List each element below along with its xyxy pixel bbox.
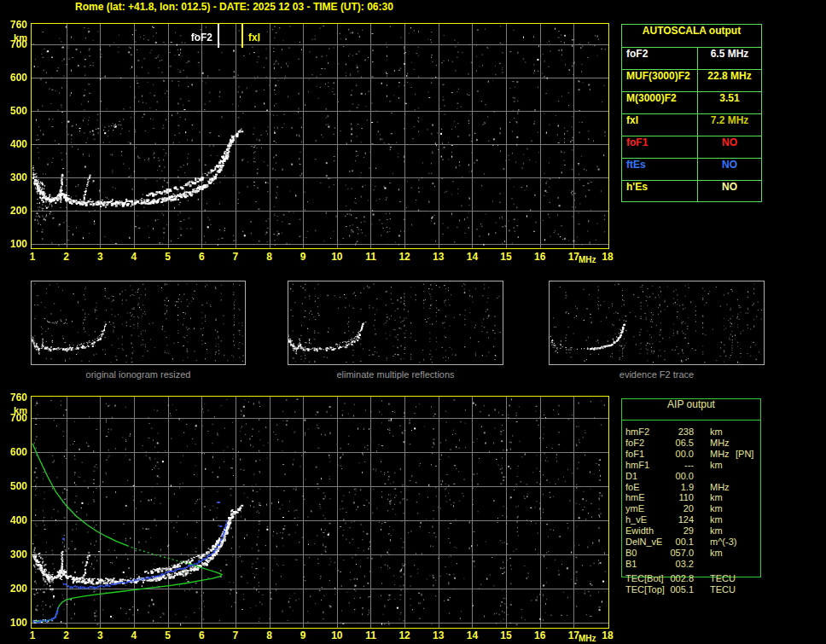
x-tick-label: 6 [191, 251, 212, 263]
aip-row-label: ymE [625, 503, 644, 514]
y-tick-label: 700 [2, 412, 27, 424]
aip-row-unit: MHz [710, 482, 730, 493]
x-tick-label: 17 [563, 251, 584, 263]
y-tick-label: 760 [2, 392, 27, 403]
autoscala-row-value: 22.8 MHz [698, 70, 761, 91]
autoscala-row-label: foF1 [622, 136, 698, 158]
y-tick-label: 500 [2, 480, 27, 492]
aip-row-value: 005.1 [653, 584, 694, 595]
fof2-marker-label: foF2 [173, 32, 212, 44]
autoscala-row: fxI7.2 MHz [622, 114, 761, 136]
x-tick-label: 8 [259, 629, 280, 641]
x-tick-label: 17 [563, 629, 584, 641]
autoscala-output-table: AUTOSCALA output foF26.5 MHzMUF(3000)F22… [621, 24, 762, 202]
aip-row-unit: km [710, 514, 723, 525]
aip-row-label: D1 [625, 471, 637, 482]
aip-row-label: hmF1 [625, 460, 649, 471]
x-tick-label: 2 [56, 629, 77, 641]
x-tick-label: 18 [597, 629, 618, 641]
aip-row-label: hmF2 [625, 426, 649, 438]
thumbnail-no-multiples [288, 281, 503, 365]
aip-row-value: 238 [653, 426, 694, 438]
autoscala-row-label: MUF(3000)F2 [622, 70, 698, 91]
thumbnail-caption: eliminate multiple reflections [288, 369, 503, 380]
autoscala-row-label: ftEs [622, 159, 698, 180]
aip-row-unit: km [710, 426, 723, 438]
aip-row-label: h_vE [625, 514, 647, 525]
autoscala-table-header: AUTOSCALA output [622, 25, 761, 48]
x-tick-label: 7 [225, 629, 246, 641]
aip-row-value: 06.5 [653, 438, 694, 449]
aip-row-value: 110 [653, 492, 694, 503]
x-tick-label: 12 [394, 251, 415, 263]
x-tick-label: 13 [428, 251, 449, 263]
autoscala-row: foF1NO [622, 136, 761, 159]
x-tick-label: 16 [530, 629, 550, 641]
aip-row-unit: TECU [710, 573, 736, 584]
autoscala-row: foF26.5 MHz [622, 48, 761, 70]
autoscala-row-label: foF2 [622, 48, 698, 69]
autoscala-row-value: NO [698, 181, 761, 202]
y-tick-label: 400 [2, 138, 27, 150]
aip-row-label: foF1 [625, 449, 644, 460]
aip-row-value: 124 [653, 514, 694, 525]
x-tick-label: 1 [22, 251, 43, 263]
x-tick-label: 5 [158, 629, 178, 641]
autoscala-row-label: fxI [622, 114, 698, 136]
aip-row-value: 29 [653, 525, 694, 537]
x-tick-label: 14 [462, 629, 482, 641]
fxi-marker-label: fxI [248, 32, 260, 44]
x-tick-label: 12 [394, 629, 415, 641]
aip-row-unit: TECU [710, 584, 736, 595]
y-tick-label: 200 [2, 583, 27, 595]
x-tick-label: 10 [327, 251, 347, 263]
thumbnail-caption: evidence F2 trace [549, 369, 765, 380]
autoscala-row: ftEsNO [622, 159, 761, 181]
aip-row-value: 00.0 [653, 449, 694, 460]
autoscala-row-label: h'Es [622, 181, 698, 202]
x-tick-label: 16 [530, 251, 550, 263]
aip-row-label: foF2 [625, 438, 644, 449]
autoscala-row-value: NO [698, 159, 761, 180]
x-tick-label: 7 [225, 251, 246, 263]
aip-row-unit: km [710, 503, 723, 514]
x-tick-label: 4 [124, 251, 144, 263]
aip-row-value: 00.0 [653, 471, 694, 482]
x-tick-label: 9 [293, 629, 313, 641]
autoscala-row-value: 6.5 MHz [698, 48, 761, 69]
y-tick-label: 400 [2, 514, 27, 526]
x-tick-label: 14 [462, 251, 482, 263]
aip-row-unit: MHz [710, 438, 730, 449]
bottom-ionogram-canvas [31, 396, 609, 629]
aip-row-value: 03.2 [653, 559, 694, 570]
y-tick-label: 600 [2, 72, 27, 84]
aip-row-unit: km [710, 492, 723, 503]
x-tick-label: 11 [360, 251, 381, 263]
autoscala-row-value: 3.51 [698, 92, 761, 113]
autoscala-table-rows: foF26.5 MHzMUF(3000)F222.8 MHzM(3000)F23… [622, 48, 761, 202]
aip-row-unit: m^(-3) [710, 537, 736, 548]
y-tick-label: 100 [2, 617, 27, 629]
autoscala-window: Rome (lat: +41.8, lon: 012.5) - DATE: 20… [0, 0, 826, 644]
aip-row-label: foE [625, 482, 640, 493]
x-tick-label: 2 [56, 251, 77, 263]
aip-row-extra: [PN] [736, 449, 753, 460]
x-tick-label: 15 [496, 629, 516, 641]
aip-row-value: 00.1 [653, 537, 694, 548]
x-tick-label: 8 [259, 251, 280, 263]
x-tick-label: 15 [496, 251, 516, 263]
x-tick-label: 6 [191, 629, 212, 641]
aip-row-value: 057.0 [653, 548, 694, 559]
top-ionogram-canvas [31, 23, 609, 249]
autoscala-row-label: M(3000)F2 [622, 92, 698, 113]
thumbnail-f2-trace [549, 281, 765, 365]
aip-row-label: B1 [625, 559, 637, 570]
autoscala-row: h'EsNO [622, 181, 761, 202]
aip-row-value: 20 [653, 503, 694, 514]
station-title: Rome (lat: +41.8, lon: 012.5) - DATE: 20… [75, 1, 485, 13]
autoscala-row: MUF(3000)F222.8 MHz [622, 70, 761, 92]
x-tick-label: 11 [360, 629, 381, 641]
x-tick-label: 9 [293, 251, 313, 263]
aip-row-label: hmE [625, 492, 645, 503]
x-tick-label: 3 [90, 629, 110, 641]
